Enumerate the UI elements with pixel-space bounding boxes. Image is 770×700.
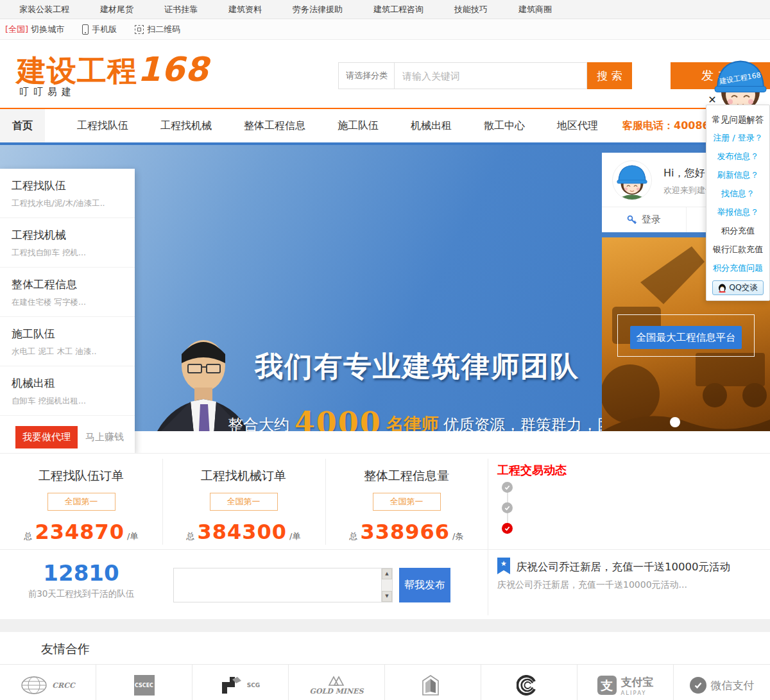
search-button[interactable]: 搜 索: [587, 62, 632, 89]
agent-row: 我要做代理 马上赚钱: [0, 416, 135, 448]
stat-unit: /单: [289, 531, 300, 541]
sidebar-item-desc: 自卸车 挖掘机出租...: [12, 396, 128, 407]
partners-title: 友情合作: [41, 641, 90, 658]
partner-logo-alipay[interactable]: 支 支付宝 ALIPAY: [578, 665, 674, 700]
qr-code-icon: [135, 25, 144, 34]
promo-carousel-dot[interactable]: [670, 417, 680, 427]
top-nav-item[interactable]: 建筑资料: [228, 4, 262, 15]
scroll-down-icon[interactable]: ▼: [382, 591, 392, 602]
banner-subtitle: 整合大约 4000 名律师 优质资源，群策群力，团队合作办案！: [228, 405, 613, 431]
search-category-select[interactable]: 请选择分类: [338, 62, 395, 89]
scan-qr-label: 扫二维码: [147, 24, 180, 35]
swirl-mark-icon: [517, 675, 537, 696]
partner-label: 微信支付: [711, 678, 755, 693]
main-nav: 首页 工程找队伍 工程找机械 整体工程信息 施工队伍 机械出租 散工中心 地区代…: [0, 109, 770, 145]
stat-prefix: 总: [187, 531, 195, 541]
quick-publish-textarea[interactable]: [174, 568, 392, 602]
top-nav-item[interactable]: 劳务法律援助: [293, 4, 343, 15]
sidebar-item-machine-rent[interactable]: 机械出租 自卸车 挖掘机出租...: [0, 366, 135, 416]
stats-section: 工程找队伍订单 全国第一 总234870/单 工程找机械订单 全国第一 总384…: [0, 453, 770, 619]
scan-qr-link[interactable]: 扫二维码: [135, 24, 180, 35]
sidebar-item-title: 整体工程信息: [12, 277, 128, 292]
stat-card-project-info: 整体工程信息量 全国第一 总338966/条: [325, 454, 488, 549]
sidebar-item-desc: 在建住宅楼 写字楼...: [12, 297, 128, 308]
partner-logo-swirl[interactable]: [481, 665, 578, 700]
phone-icon: [82, 24, 89, 35]
partner-logo-wechat-pay[interactable]: 微信支付: [674, 665, 770, 700]
cscec-mark-icon: CSCEC: [134, 675, 155, 696]
nav-item-machine-rent[interactable]: 机械出租: [411, 119, 452, 133]
faq-link-recharge[interactable]: 积分充值: [706, 221, 769, 240]
partner-logo-gold-mines[interactable]: GOLD MINES: [289, 665, 385, 700]
promo-caption-button[interactable]: 全国最大工程信息平台: [630, 326, 742, 349]
stat-unit: /单: [127, 531, 138, 541]
top-nav-item[interactable]: 技能技巧: [454, 4, 488, 15]
sidebar-item-desc: 工程找自卸车 挖机...: [12, 248, 128, 259]
faq-link-find-info[interactable]: 找信息？: [706, 184, 769, 203]
switch-city-link[interactable]: 切换城市: [31, 24, 64, 35]
search-input[interactable]: [395, 62, 587, 89]
partner-logo-building[interactable]: [385, 665, 481, 700]
mobile-version-label: 手机版: [92, 24, 117, 35]
nav-item-home[interactable]: 首页: [0, 109, 45, 142]
sidebar-item-desc: 工程找水电/泥/木/油漆工..: [12, 198, 128, 209]
partner-label: 支付宝: [621, 675, 654, 690]
sidebar-item-find-machine[interactable]: 工程找机械 工程找自卸车 挖机...: [0, 218, 135, 268]
section-gap: [0, 619, 770, 632]
trade-feed-title: 工程交易动态: [497, 463, 567, 478]
scrollbar[interactable]: ▲ ▼: [381, 568, 392, 602]
stat-unit: /条: [452, 531, 463, 541]
faq-link-report-info[interactable]: 举报信息？: [706, 203, 769, 221]
become-agent-button[interactable]: 我要做代理: [15, 426, 78, 448]
faq-link-refresh-info[interactable]: 刷新信息？: [706, 166, 769, 184]
partner-label: GOLD MINES: [310, 687, 364, 696]
faq-link-publish-info[interactable]: 发布信息？: [706, 147, 769, 166]
help-me-publish-button[interactable]: 帮我发布: [399, 568, 450, 602]
partner-grid: CRCC CSCEC SCG GOLD MINES: [0, 664, 770, 700]
sidebar-item-project-info[interactable]: 整体工程信息 在建住宅楼 写字楼...: [0, 268, 135, 317]
top-nav-item[interactable]: 家装公装工程: [19, 4, 69, 15]
nav-item-project-info[interactable]: 整体工程信息: [244, 119, 305, 133]
sidebar-item-crews[interactable]: 施工队伍 水电工 泥工 木工 油漆..: [0, 317, 135, 366]
login-button[interactable]: 登录: [602, 207, 686, 232]
stat-title: 工程找队伍订单: [0, 468, 162, 484]
mascot-avatar-image: [613, 161, 651, 200]
sidebar-item-title: 工程找队伍: [12, 178, 128, 193]
faq-link-register-login[interactable]: 注册 / 登录？: [706, 128, 769, 147]
nav-item-labor-center[interactable]: 散工中心: [484, 119, 525, 133]
partner-logo-cscec[interactable]: CSCEC: [96, 665, 193, 700]
category-sidebar: 工程找队伍 工程找水电/泥/木/油漆工.. 工程找机械 工程找自卸车 挖机...…: [0, 169, 135, 453]
partner-logo-scg[interactable]: SCG: [193, 665, 289, 700]
top-nav-item[interactable]: 证书挂靠: [164, 4, 198, 15]
user-greeting: Hi，您好: [663, 167, 705, 180]
qq-chat-button[interactable]: QQ交谈: [712, 280, 764, 295]
globe-icon: [21, 676, 47, 695]
current-region[interactable]: [全国]: [5, 24, 28, 35]
faq-link-bank-transfer[interactable]: 银行汇款充值: [706, 240, 769, 259]
faq-link-recharge-problem[interactable]: 积分充值问题: [706, 259, 769, 277]
top-nav-item[interactable]: 建材尾货: [100, 4, 133, 15]
avatar: [612, 160, 652, 200]
stat-badge: 全国第一: [373, 493, 441, 511]
top-nav-item[interactable]: 建筑工程咨询: [373, 4, 424, 15]
stat-value: 384300: [198, 520, 287, 544]
nav-item-region-agent[interactable]: 地区代理: [557, 119, 598, 133]
sidebar-item-title: 施工队伍: [12, 327, 128, 341]
scroll-up-icon[interactable]: ▲: [382, 568, 392, 579]
announcement-title[interactable]: 庆祝公司乔迁新居，充值一千送10000元活动: [517, 560, 730, 574]
logo-text: 建设工程: [17, 53, 137, 88]
nav-item-find-machine[interactable]: 工程找机械: [160, 119, 212, 133]
nav-item-crews[interactable]: 施工队伍: [338, 119, 379, 133]
login-label: 登录: [642, 214, 661, 226]
nav-item-find-team[interactable]: 工程找队伍: [77, 119, 128, 133]
sidebar-item-desc: 水电工 泥工 木工 油漆..: [12, 346, 128, 357]
sidebar-item-find-team[interactable]: 工程找队伍 工程找水电/泥/木/油漆工..: [0, 169, 135, 218]
close-icon[interactable]: ✕: [706, 94, 719, 107]
top-nav-item[interactable]: 建筑商圈: [518, 4, 552, 15]
agent-note: 马上赚钱: [85, 431, 124, 443]
partner-logo-crcc[interactable]: CRCC: [0, 665, 96, 700]
site-logo[interactable]: 建设工程168: [17, 53, 209, 86]
stat-badge: 全国第一: [47, 493, 116, 511]
building-mark-icon: [422, 675, 439, 696]
mobile-version-link[interactable]: 手机版: [82, 24, 117, 35]
